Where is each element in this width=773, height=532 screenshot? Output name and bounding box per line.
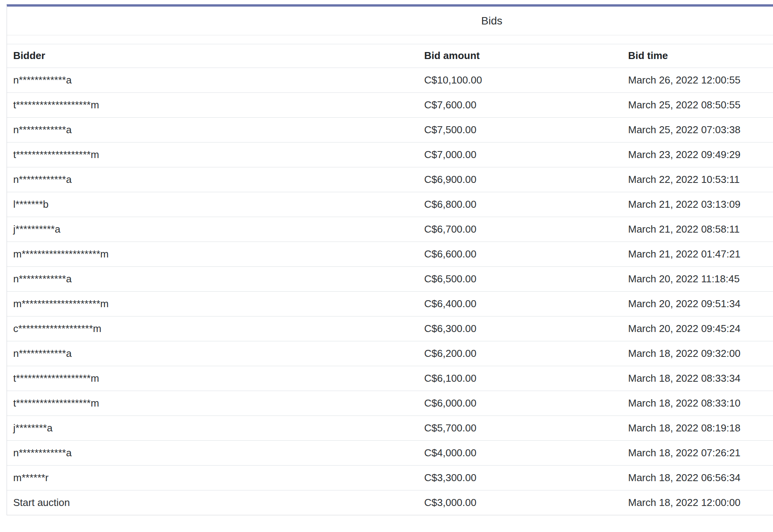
- bidder-cell: n************a: [7, 267, 418, 292]
- bid-time-cell: March 18, 2022 08:33:34: [622, 366, 773, 391]
- table-row: m******rC$3,300.00March 18, 2022 06:56:3…: [7, 466, 773, 490]
- bid-time-cell: March 18, 2022 09:32:00: [622, 341, 773, 366]
- bid-time-cell: March 18, 2022 08:33:10: [622, 391, 773, 416]
- bidder-cell: t*******************m: [7, 143, 418, 167]
- card-header: Bids: [7, 7, 773, 35]
- bid-time-cell: March 18, 2022 12:00:00: [622, 490, 773, 515]
- bid-time-cell: March 18, 2022 06:56:34: [622, 466, 773, 490]
- bid-time-cell: March 20, 2022 09:45:24: [622, 316, 773, 341]
- bid-time-cell: March 18, 2022 08:19:18: [622, 416, 773, 441]
- bidder-cell: j**********a: [7, 217, 418, 242]
- bid-time-cell: March 22, 2022 10:53:11: [622, 167, 773, 192]
- bidder-cell: l*******b: [7, 192, 418, 217]
- bid-amount-cell: C$5,700.00: [418, 416, 622, 441]
- bidder-cell: t*******************m: [7, 391, 418, 416]
- bid-amount-cell: C$6,900.00: [418, 167, 622, 192]
- bid-amount-cell: C$3,000.00: [418, 490, 622, 515]
- bidder-cell: t*******************m: [7, 93, 418, 118]
- table-row: t*******************mC$6,100.00March 18,…: [7, 366, 773, 391]
- bid-amount-cell: C$6,000.00: [418, 391, 622, 416]
- bid-amount-cell: C$6,300.00: [418, 316, 622, 341]
- bid-time-cell: March 25, 2022 08:50:55: [622, 93, 773, 118]
- table-row: l*******bC$6,800.00March 21, 2022 03:13:…: [7, 192, 773, 217]
- column-header-bid-amount: Bid amount: [418, 44, 622, 68]
- bid-time-cell: March 18, 2022 07:26:21: [622, 441, 773, 466]
- bid-time-cell: March 21, 2022 01:47:21: [622, 242, 773, 267]
- table-row: n************aC$6,900.00March 22, 2022 1…: [7, 167, 773, 192]
- bid-amount-cell: C$6,100.00: [418, 366, 622, 391]
- table-row: m********************mC$6,600.00March 21…: [7, 242, 773, 267]
- bid-amount-cell: C$6,200.00: [418, 341, 622, 366]
- bidder-cell: t*******************m: [7, 366, 418, 391]
- bid-amount-cell: C$10,100.00: [418, 68, 622, 93]
- bid-amount-cell: C$3,300.00: [418, 466, 622, 490]
- page-title: Bids: [481, 15, 502, 27]
- bid-amount-cell: C$6,700.00: [418, 217, 622, 242]
- bid-amount-cell: C$6,400.00: [418, 292, 622, 316]
- table-row: n************aC$10,100.00March 26, 2022 …: [7, 68, 773, 93]
- bidder-cell: Start auction: [7, 490, 418, 515]
- bids-table: Bidder Bid amount Bid time n************…: [7, 44, 773, 515]
- column-header-bid-time: Bid time: [622, 44, 773, 68]
- table-row: n************aC$6,200.00March 18, 2022 0…: [7, 341, 773, 366]
- bidder-cell: n************a: [7, 118, 418, 143]
- table-row: n************aC$6,500.00March 20, 2022 1…: [7, 267, 773, 292]
- table-spacer: [7, 35, 773, 44]
- table-row: m********************mC$6,400.00March 20…: [7, 292, 773, 316]
- table-row: Start auctionC$3,000.00March 18, 2022 12…: [7, 490, 773, 515]
- table-row: c*******************mC$6,300.00March 20,…: [7, 316, 773, 341]
- bidder-cell: j********a: [7, 416, 418, 441]
- bid-amount-cell: C$6,800.00: [418, 192, 622, 217]
- table-row: t*******************mC$6,000.00March 18,…: [7, 391, 773, 416]
- table-header-row: Bidder Bid amount Bid time: [7, 44, 773, 68]
- bidder-cell: c*******************m: [7, 316, 418, 341]
- bid-amount-cell: C$7,000.00: [418, 143, 622, 167]
- bid-amount-cell: C$7,600.00: [418, 93, 622, 118]
- bid-time-cell: March 21, 2022 08:58:11: [622, 217, 773, 242]
- table-row: n************aC$4,000.00March 18, 2022 0…: [7, 441, 773, 466]
- bidder-cell: n************a: [7, 341, 418, 366]
- table-row: t*******************mC$7,600.00March 25,…: [7, 93, 773, 118]
- bidder-cell: m********************m: [7, 242, 418, 267]
- bid-time-cell: March 25, 2022 07:03:38: [622, 118, 773, 143]
- bid-amount-cell: C$6,500.00: [418, 267, 622, 292]
- bid-amount-cell: C$7,500.00: [418, 118, 622, 143]
- bid-amount-cell: C$6,600.00: [418, 242, 622, 267]
- column-header-bidder: Bidder: [7, 44, 418, 68]
- bidder-cell: m******r: [7, 466, 418, 490]
- bidder-cell: m********************m: [7, 292, 418, 316]
- table-row: t*******************mC$7,000.00March 23,…: [7, 143, 773, 167]
- bid-time-cell: March 23, 2022 09:49:29: [622, 143, 773, 167]
- bid-time-cell: March 21, 2022 03:13:09: [622, 192, 773, 217]
- bids-card: Bids Bidder Bid amount Bid time n*******…: [7, 4, 773, 515]
- table-row: j********aC$5,700.00March 18, 2022 08:19…: [7, 416, 773, 441]
- bid-amount-cell: C$4,000.00: [418, 441, 622, 466]
- bid-time-cell: March 26, 2022 12:00:55: [622, 68, 773, 93]
- bid-time-cell: March 20, 2022 09:51:34: [622, 292, 773, 316]
- bidder-cell: n************a: [7, 68, 418, 93]
- table-row: j**********aC$6,700.00March 21, 2022 08:…: [7, 217, 773, 242]
- bidder-cell: n************a: [7, 167, 418, 192]
- bidder-cell: n************a: [7, 441, 418, 466]
- table-row: n************aC$7,500.00March 25, 2022 0…: [7, 118, 773, 143]
- bid-time-cell: March 20, 2022 11:18:45: [622, 267, 773, 292]
